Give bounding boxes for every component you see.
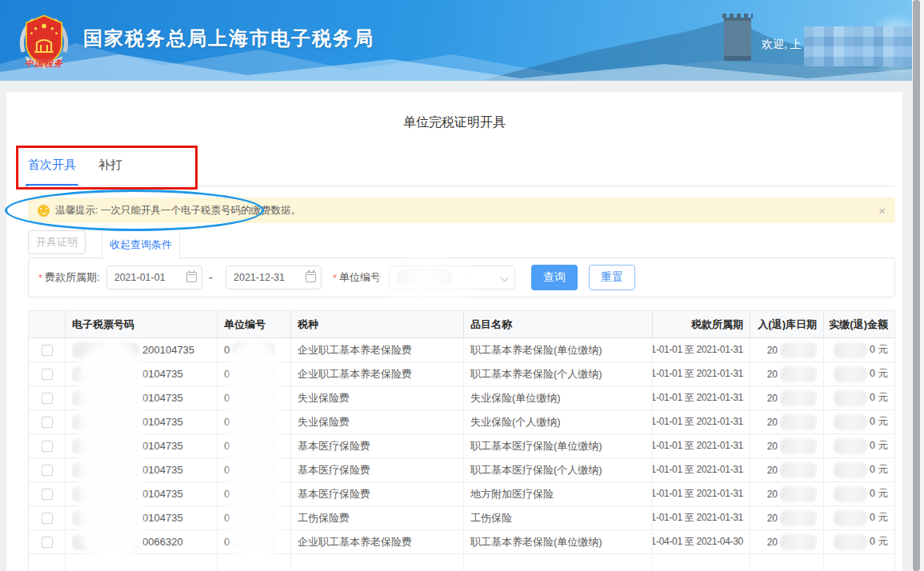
unit-number-prefix: 0 bbox=[224, 392, 230, 404]
blur-redaction bbox=[780, 486, 817, 502]
calendar-icon[interactable] bbox=[306, 272, 316, 282]
blur-redaction bbox=[834, 366, 867, 382]
amount-suffix: 0 元 bbox=[870, 535, 888, 549]
ticket-number-suffix: 0104735 bbox=[142, 488, 183, 500]
blur-redaction bbox=[232, 414, 275, 430]
amount-suffix: 0 元 bbox=[870, 391, 888, 405]
blur-redaction bbox=[232, 366, 275, 382]
scrollbar-thumb[interactable] bbox=[913, 0, 920, 571]
blur-redaction bbox=[780, 510, 817, 526]
smiley-icon bbox=[38, 205, 50, 217]
table-body: 200104735 0 企业职工基本养老保险费 职工基本养老保险(单位缴纳) 2… bbox=[29, 338, 894, 554]
site-title: 国家税务总局上海市电子税务局 bbox=[83, 26, 374, 51]
entry-date-prefix: 20 bbox=[767, 393, 778, 404]
table-row: 0104735 0 工伤保险费 工伤保险 2021-01-01 至 2021-0… bbox=[29, 506, 894, 530]
item-name: 职工基本医疗保险(个人缴纳) bbox=[470, 463, 602, 477]
row-checkbox[interactable] bbox=[42, 417, 53, 428]
unit-number-select[interactable] bbox=[389, 266, 515, 289]
ticket-number-suffix: 0104735 bbox=[142, 392, 183, 404]
item-name: 职工基本医疗保险(单位缴纳) bbox=[470, 439, 602, 453]
column-header: 税种 bbox=[291, 311, 464, 337]
unit-number-prefix: 0 bbox=[224, 464, 230, 476]
table-row: 0104735 0 失业保险费 失业保险(个人缴纳) 2021-01-01 至 … bbox=[29, 410, 894, 434]
great-wall-tower bbox=[724, 18, 751, 61]
scrollbar-track[interactable] bbox=[912, 0, 924, 571]
blur-redaction bbox=[834, 438, 867, 454]
results-table: 电子税票号码单位编号税种品目名称税款所属期入(退)库日期实缴(退)金额 2001… bbox=[28, 310, 895, 571]
table-row: 0104735 0 基本医疗保险费 职工基本医疗保险(单位缴纳) 2021-01… bbox=[29, 434, 894, 458]
tax-type: 企业职工基本养老保险费 bbox=[298, 343, 412, 357]
row-checkbox[interactable] bbox=[42, 345, 53, 356]
row-checkbox[interactable] bbox=[42, 441, 53, 452]
table-row: 0066320 0 企业职工基本养老保险费 职工基本养老保险(单位缴纳) 202… bbox=[29, 530, 894, 554]
tax-period: 2021-01-01 至 2021-01-31 bbox=[653, 415, 743, 429]
row-checkbox[interactable] bbox=[42, 393, 53, 404]
blur-redaction bbox=[232, 342, 275, 358]
entry-date-prefix: 20 bbox=[767, 345, 778, 356]
row-checkbox[interactable] bbox=[42, 489, 53, 500]
blur-redaction bbox=[72, 366, 139, 382]
blur-redaction bbox=[72, 390, 139, 406]
ticket-number-suffix: 200104735 bbox=[142, 344, 194, 356]
calendar-icon[interactable] bbox=[186, 272, 197, 282]
amount-suffix: 0 元 bbox=[870, 343, 888, 357]
blur-redaction bbox=[232, 390, 275, 406]
tax-type: 失业保险费 bbox=[298, 391, 350, 405]
tax-type: 基本医疗保险费 bbox=[298, 463, 370, 477]
table-row: 0104735 0 基本医疗保险费 地方附加医疗保险 2021-01-01 至 … bbox=[29, 482, 894, 506]
close-icon[interactable]: × bbox=[878, 205, 886, 217]
tax-period: 2021-01-01 至 2021-01-31 bbox=[653, 391, 743, 405]
unit-number-prefix: 0 bbox=[224, 536, 230, 548]
unit-number-prefix: 0 bbox=[224, 368, 230, 380]
blur-redaction bbox=[834, 510, 867, 526]
amount-suffix: 0 元 bbox=[870, 439, 888, 453]
ticket-number-suffix: 0104735 bbox=[142, 368, 183, 380]
tab-reprint[interactable]: 补打 bbox=[98, 158, 122, 186]
reset-button[interactable]: 重置 bbox=[589, 265, 635, 290]
end-date-field bbox=[226, 266, 322, 289]
unit-number-prefix: 0 bbox=[224, 440, 230, 452]
unit-number-prefix: 0 bbox=[224, 344, 230, 356]
row-checkbox[interactable] bbox=[42, 537, 53, 548]
tax-type: 失业保险费 bbox=[298, 415, 350, 429]
tax-type: 企业职工基本养老保险费 bbox=[298, 367, 412, 381]
entry-date-prefix: 20 bbox=[767, 513, 778, 524]
blur-redaction bbox=[780, 534, 817, 550]
app-window: 中国税务 国家税务总局上海市电子税务局 欢迎, 上 单位完税证明开具 首次开具 … bbox=[0, 0, 924, 571]
blur-redaction bbox=[72, 462, 139, 478]
item-name: 职工基本养老保险(个人缴纳) bbox=[470, 367, 602, 381]
row-checkbox[interactable] bbox=[42, 369, 53, 380]
blur-redaction bbox=[72, 342, 139, 358]
blur-redaction bbox=[780, 438, 817, 454]
collapse-query-link[interactable]: 收起查询条件 bbox=[102, 230, 180, 260]
column-header: 品目名称 bbox=[464, 311, 653, 337]
amount-suffix: 0 元 bbox=[870, 463, 888, 477]
issue-certificate-button[interactable]: 开具证明 bbox=[28, 230, 86, 254]
blur-redaction bbox=[232, 510, 275, 526]
amount-suffix: 0 元 bbox=[870, 415, 888, 429]
blur-redaction bbox=[834, 486, 867, 502]
entry-date-prefix: 20 bbox=[767, 441, 778, 452]
notice-text: 温馨提示: 一次只能开具一个电子税票号码的缴费数据。 bbox=[55, 204, 301, 218]
tab-first-issue[interactable]: 首次开具 bbox=[28, 158, 76, 186]
row-checkbox[interactable] bbox=[42, 513, 53, 524]
unit-number-prefix: 0 bbox=[224, 416, 230, 428]
logo-caption: 中国税务 bbox=[10, 58, 78, 70]
required-asterisk: * bbox=[38, 272, 42, 284]
unit-number-prefix: 0 bbox=[224, 512, 230, 524]
tax-type: 工伤保险费 bbox=[298, 511, 350, 525]
blur-redaction bbox=[834, 390, 867, 406]
required-asterisk: * bbox=[333, 272, 337, 284]
blur-redaction bbox=[72, 534, 139, 550]
item-name: 职工基本养老保险(单位缴纳) bbox=[470, 535, 602, 549]
tax-period: 2021-01-01 至 2021-01-31 bbox=[653, 343, 743, 357]
tax-type: 基本医疗保险费 bbox=[298, 439, 370, 453]
ticket-number-suffix: 0104735 bbox=[142, 416, 183, 428]
search-button[interactable]: 查询 bbox=[531, 265, 578, 290]
table-row: 0104735 0 基本医疗保险费 职工基本医疗保险(个人缴纳) 2021-01… bbox=[29, 458, 894, 482]
start-date-field bbox=[106, 266, 202, 289]
blur-redaction bbox=[834, 414, 867, 430]
item-name: 失业保险(个人缴纳) bbox=[470, 415, 561, 429]
row-checkbox[interactable] bbox=[42, 465, 53, 476]
unit-number-label: 单位编号 bbox=[339, 270, 381, 285]
